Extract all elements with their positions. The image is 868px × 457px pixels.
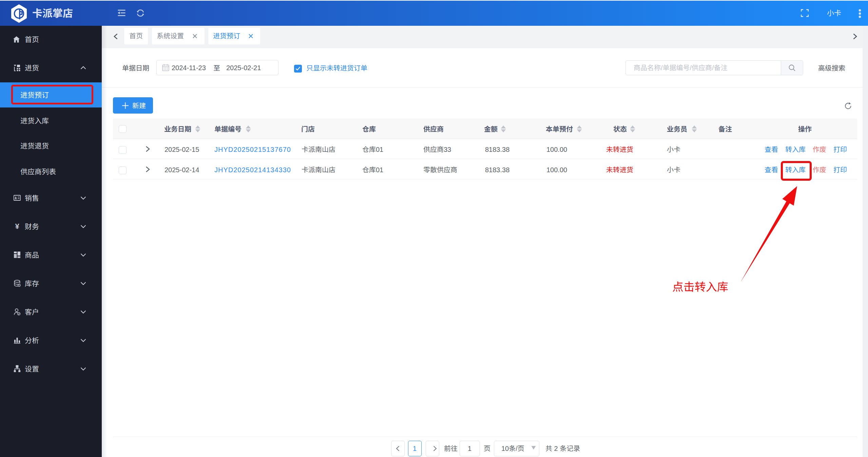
svg-text:¥: ¥	[15, 223, 19, 230]
